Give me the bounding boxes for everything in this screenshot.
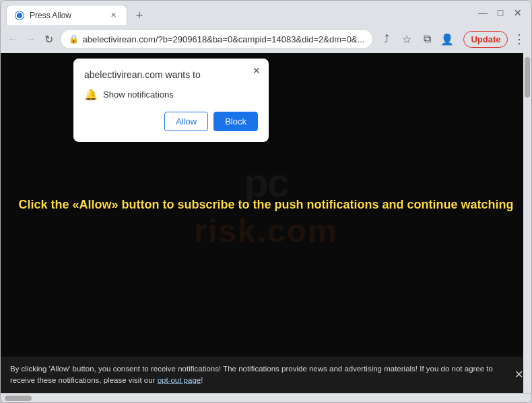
minimize-button[interactable]: — [475,5,491,21]
permission-row: 🔔 Show notifications [84,88,258,101]
tab-title: Press Allow [30,11,102,20]
consent-text-suffix: ! [201,376,203,384]
consent-text: By clicking 'Allow' button, you consent … [10,365,493,384]
popup-buttons: Allow Block [84,112,258,131]
horizontal-scrollbar[interactable] [1,393,531,402]
share-button[interactable]: ⤴ [377,30,396,48]
tab-close-button[interactable]: ✕ [108,10,119,21]
active-tab[interactable]: Press Allow ✕ [6,5,127,25]
url-bar[interactable]: 🔒 abelectivirean.com/?b=2909618&ba=0&cam… [60,29,374,49]
url-text: abelectivirean.com/?b=2909618&ba=0&campi… [83,34,365,44]
popup-close-button[interactable]: ✕ [250,64,263,77]
scroll-thumb[interactable] [525,57,530,98]
allow-button[interactable]: Allow [164,112,208,131]
opt-out-link[interactable]: opt-out page [158,376,201,384]
consent-bar-close-button[interactable]: ✕ [514,367,523,383]
browser-window: Press Allow ✕ + — □ ✕ ← → ↻ 🔒 abelectivi… [0,0,532,403]
consent-notification-bar: By clicking 'Allow' button, you consent … [1,357,531,394]
bell-icon: 🔔 [84,88,98,101]
maximize-button[interactable]: □ [492,5,508,21]
page-content: ✕ abelectivirean.com wants to 🔔 Show not… [1,53,531,393]
split-screen-button[interactable]: ⧉ [418,30,436,48]
horizontal-scroll-thumb[interactable] [5,396,32,401]
new-tab-button[interactable]: + [130,6,149,25]
permission-label: Show notifications [103,89,174,100]
title-bar: Press Allow ✕ + — □ ✕ [1,1,531,25]
lock-icon: 🔒 [69,34,79,44]
update-button[interactable]: Update [463,31,508,48]
bookmark-button[interactable]: ☆ [397,30,416,48]
address-bar: ← → ↻ 🔒 abelectivirean.com/?b=2909618&ba… [1,25,531,53]
refresh-button[interactable]: ↻ [42,30,56,48]
forward-button[interactable]: → [24,30,38,48]
tab-favicon [15,11,24,20]
block-button[interactable]: Block [213,112,258,131]
tab-strip: Press Allow ✕ + [6,1,467,25]
address-actions: ⤴ ☆ ⧉ 👤 [377,30,457,48]
popup-title: abelectivirean.com wants to [84,69,258,80]
profile-button[interactable]: 👤 [438,30,457,48]
back-button[interactable]: ← [6,30,20,48]
browser-menu-button[interactable]: ⋮ [512,30,526,48]
window-controls: — □ ✕ [475,5,526,21]
main-message: Click the «Allow» button to subscribe to… [5,182,527,227]
notification-permission-popup: ✕ abelectivirean.com wants to 🔔 Show not… [73,59,269,142]
window-close-button[interactable]: ✕ [510,5,526,21]
main-message-text: Click the «Allow» button to subscribe to… [18,196,513,214]
